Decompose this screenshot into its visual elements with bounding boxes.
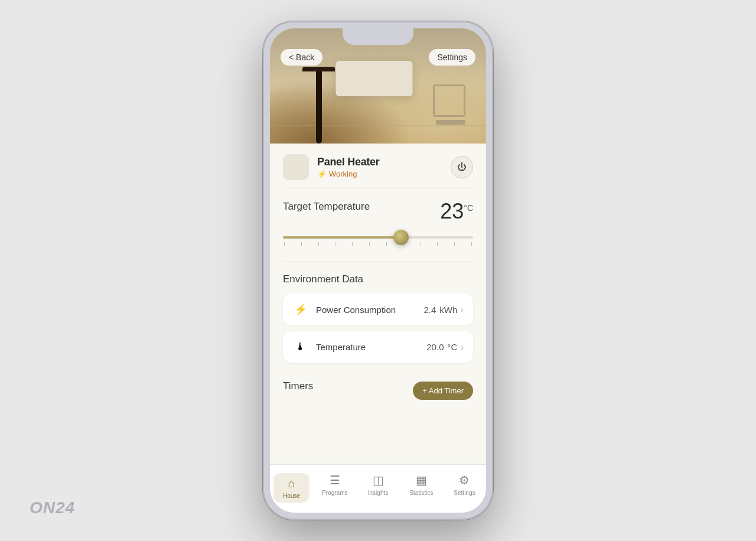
notch bbox=[343, 28, 413, 45]
tab-insights[interactable]: ◫ Insights bbox=[356, 471, 399, 498]
temperature-env-unit: °C bbox=[447, 342, 457, 352]
temperature-card[interactable]: 🌡 Temperature 20.0 °C › bbox=[283, 331, 473, 363]
slider-ticks bbox=[283, 242, 473, 246]
heater-panel-decoration bbox=[336, 61, 413, 96]
tick bbox=[421, 242, 421, 246]
device-name: Panel Heater bbox=[317, 156, 379, 168]
power-unit: kWh bbox=[439, 305, 457, 315]
temperature-left: 🌡 Temperature bbox=[292, 341, 366, 353]
device-status: ⚡ Working bbox=[317, 170, 379, 178]
tick bbox=[437, 242, 438, 246]
power-consumption-card[interactable]: ⚡ Power Consumption 2.4 kWh › bbox=[283, 294, 473, 325]
power-button[interactable]: ⏻ bbox=[451, 156, 473, 178]
house-label: House bbox=[283, 493, 300, 499]
chair-back bbox=[433, 84, 465, 117]
add-timer-button[interactable]: + Add Timer bbox=[413, 382, 473, 400]
hero-nav: < Back Settings bbox=[270, 49, 486, 66]
insights-label: Insights bbox=[368, 490, 388, 496]
side-table-decoration bbox=[302, 67, 335, 144]
power-icon: ⏻ bbox=[457, 162, 467, 172]
environment-section: Environment Data ⚡ Power Consumption 2.4… bbox=[283, 262, 473, 377]
power-consumption-left: ⚡ Power Consumption bbox=[292, 303, 396, 316]
slider-track bbox=[283, 236, 473, 239]
table-top bbox=[302, 67, 335, 71]
temperature-slider-container bbox=[283, 232, 473, 250]
environment-title: Environment Data bbox=[283, 273, 473, 285]
settings-icon: ⚙ bbox=[459, 473, 470, 487]
temp-unit: °C bbox=[464, 203, 473, 213]
device-info: Panel Heater ⚡ Working bbox=[283, 154, 379, 180]
tick bbox=[284, 242, 285, 246]
tick bbox=[369, 242, 370, 246]
slider-thumb[interactable] bbox=[393, 230, 409, 245]
chair-seat bbox=[436, 120, 465, 125]
temperature-header: Target Temperature 23°C bbox=[283, 201, 473, 222]
tick bbox=[335, 242, 335, 246]
tab-settings[interactable]: ⚙ Settings bbox=[443, 471, 486, 498]
tick bbox=[471, 242, 472, 246]
programs-label: Programs bbox=[322, 490, 347, 496]
hero-image: < Back Settings bbox=[270, 28, 486, 144]
temperature-env-label: Temperature bbox=[316, 342, 366, 352]
table-leg bbox=[316, 71, 322, 144]
power-consumption-right: 2.4 kWh › bbox=[423, 305, 464, 315]
device-header: Panel Heater ⚡ Working ⏻ bbox=[283, 144, 473, 189]
tab-statistics[interactable]: ▦ Statistics bbox=[400, 471, 443, 498]
temperature-env-value: 20.0 bbox=[426, 342, 444, 352]
chevron-right-icon: › bbox=[461, 343, 464, 352]
status-label: Working bbox=[329, 170, 357, 178]
phone-frame: < Back Settings Panel Heater ⚡ Working bbox=[263, 21, 493, 520]
slider-fill bbox=[283, 236, 401, 239]
programs-icon: ☰ bbox=[330, 473, 340, 487]
settings-label: Settings bbox=[454, 490, 475, 496]
tab-programs[interactable]: ☰ Programs bbox=[313, 471, 356, 498]
watermark: ON24 bbox=[30, 498, 75, 517]
timers-section: Timers + Add Timer bbox=[283, 377, 473, 416]
timers-header: Timers + Add Timer bbox=[283, 380, 473, 400]
tick bbox=[301, 242, 302, 246]
power-consumption-label: Power Consumption bbox=[316, 305, 396, 315]
timers-title: Timers bbox=[283, 380, 313, 392]
device-icon bbox=[283, 154, 309, 180]
thermometer-icon: 🌡 bbox=[292, 341, 309, 353]
power-icon: ⚡ bbox=[292, 303, 309, 316]
settings-button[interactable]: Settings bbox=[429, 49, 475, 66]
temperature-label: Target Temperature bbox=[283, 201, 370, 213]
back-button[interactable]: < Back bbox=[281, 49, 322, 66]
insights-icon: ◫ bbox=[373, 473, 384, 487]
chevron-right-icon: › bbox=[461, 305, 464, 314]
house-icon: ⌂ bbox=[288, 477, 295, 490]
statistics-label: Statistics bbox=[409, 490, 433, 496]
tab-house-active-bg: ⌂ House bbox=[273, 473, 309, 503]
temp-number: 23 bbox=[440, 199, 464, 223]
tick bbox=[352, 242, 353, 246]
tick bbox=[386, 242, 387, 246]
statistics-icon: ▦ bbox=[416, 473, 427, 487]
power-value: 2.4 bbox=[423, 305, 436, 315]
main-content: Panel Heater ⚡ Working ⏻ Target Temperat… bbox=[270, 144, 486, 464]
tab-bar: ⌂ House ☰ Programs ◫ Insights ▦ Statisti… bbox=[270, 464, 486, 513]
tick bbox=[318, 242, 319, 246]
bolt-icon: ⚡ bbox=[317, 170, 327, 178]
device-text: Panel Heater ⚡ Working bbox=[317, 156, 379, 178]
chair-decoration bbox=[433, 84, 468, 144]
phone-screen: < Back Settings Panel Heater ⚡ Working bbox=[270, 28, 486, 513]
temperature-value: 23°C bbox=[440, 201, 473, 222]
temperature-section: Target Temperature 23°C bbox=[283, 189, 473, 262]
temperature-right: 20.0 °C › bbox=[426, 342, 464, 352]
tick bbox=[454, 242, 455, 246]
tab-house[interactable]: ⌂ House bbox=[270, 471, 313, 505]
